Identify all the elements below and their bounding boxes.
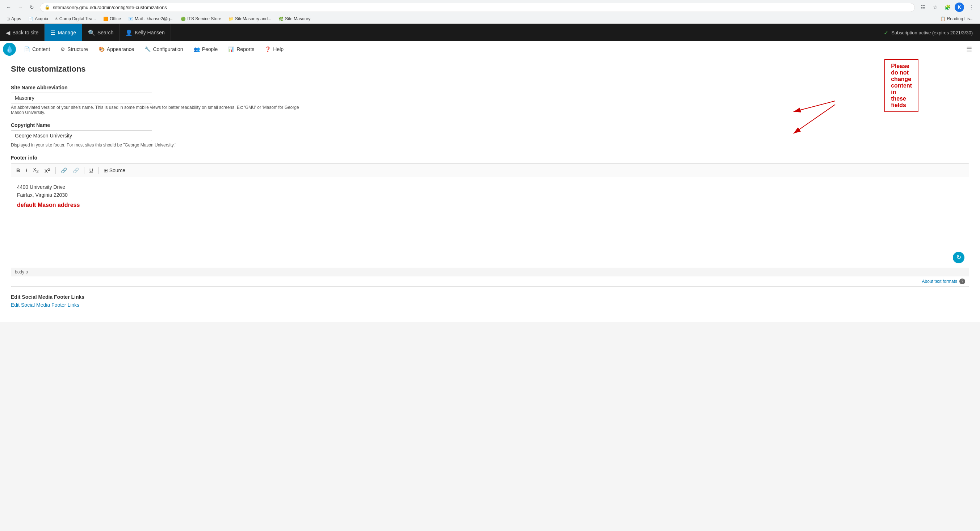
bookmark-button[interactable]: ☆ (930, 2, 940, 12)
link-button[interactable]: 🔗 (59, 167, 69, 174)
back-button[interactable]: ← (4, 2, 14, 12)
warning-text: Please do not change content in these fi… (891, 63, 912, 108)
forward-button[interactable]: → (15, 2, 25, 12)
user-avatar[interactable]: K (955, 3, 964, 12)
link-icon: 🔗 (61, 168, 67, 173)
bookmark-apps[interactable]: ⊞ Apps (4, 16, 24, 22)
lock-icon: 🔒 (45, 5, 50, 10)
main-content: Site customizations Please do not change… (0, 57, 980, 322)
editor-body[interactable]: 4400 University Drive Fairfax, Virginia … (11, 177, 969, 268)
nav-people[interactable]: 👥 People (189, 41, 223, 57)
browser-nav-buttons: ← → ↻ (4, 2, 37, 12)
user-toolbar-button[interactable]: 👤 Kelly Hansen (119, 24, 171, 41)
nav-appearance[interactable]: 🎨 Appearance (94, 41, 140, 57)
toolbar-divider-2 (84, 167, 84, 174)
superscript-button[interactable]: X2 (42, 166, 52, 175)
bookmark-office-label: Office (110, 16, 121, 21)
apps-icon: ⊞ (6, 17, 10, 21)
nav-reports[interactable]: 📊 Reports (223, 41, 260, 57)
footer-info-section: Footer info B I X2 X2 🔗 (11, 155, 969, 287)
search-icon: 🔍 (88, 29, 95, 36)
reading-list[interactable]: 📋 Reading Lis... (937, 16, 976, 22)
secondary-nav-toggle[interactable]: ☰ (964, 44, 974, 54)
extensions-puzzle-button[interactable]: 🧩 (942, 2, 953, 12)
copyright-name-section: Copyright Name Displayed in your site fo… (11, 122, 969, 147)
back-arrow-icon: ◀ (6, 29, 10, 36)
refresh-button[interactable]: ↻ (27, 2, 37, 12)
acquia-icon: 📄 (28, 17, 33, 21)
manage-label: Manage (57, 30, 76, 35)
nav-content[interactable]: 📄 Content (19, 41, 56, 57)
warning-box: Please do not change content in these fi… (885, 59, 918, 112)
italic-button[interactable]: I (24, 167, 29, 174)
user-name-label: Kelly Hansen (135, 30, 165, 35)
nav-structure[interactable]: ⚙ Structure (56, 41, 94, 57)
people-label: People (202, 46, 218, 52)
search-label: Search (97, 30, 113, 35)
reports-icon: 📊 (228, 46, 234, 52)
bookmark-its[interactable]: 🟢 ITS Service Store (178, 16, 224, 22)
about-text-formats-link[interactable]: About text formats (922, 279, 957, 284)
format-help-icon[interactable]: ? (959, 279, 965, 284)
people-icon: 👥 (194, 46, 200, 52)
browser-toolbar: ← → ↻ 🔒 sitemasonry.gmu.edu/admin/config… (0, 0, 980, 14)
underline-button[interactable]: U (87, 167, 95, 174)
bookmark-apps-label: Apps (11, 16, 21, 21)
nav-help[interactable]: ❓ Help (260, 41, 289, 57)
its-icon: 🟢 (181, 17, 186, 21)
site-name-label: Site Name Abbreviation (11, 85, 969, 90)
help-icon: ❓ (265, 46, 271, 52)
copyright-name-input[interactable] (11, 130, 152, 141)
reading-list-label: Reading Lis... (947, 16, 974, 21)
drupal-logo-icon: 💧 (5, 45, 13, 53)
configuration-label: Configuration (153, 46, 183, 52)
bookmark-site-masonry2[interactable]: 🌿 Site Masonry (275, 16, 313, 22)
bookmark-office[interactable]: 🟧 Office (100, 16, 124, 22)
subscript-button[interactable]: X2 (31, 166, 41, 174)
address-bar[interactable]: 🔒 sitemasonry.gmu.edu/admin/config/site-… (40, 3, 915, 12)
footer-info-label: Footer info (11, 155, 969, 161)
social-media-section: Edit Social Media Footer Links Edit Soci… (11, 294, 969, 308)
editor-status-bar: body p (11, 268, 969, 276)
refresh-icon: ↻ (956, 254, 961, 261)
page-title: Site customizations (11, 64, 969, 78)
extensions-button[interactable]: ☷ (918, 2, 928, 12)
bookmark-sitemasonry[interactable]: 📁 SiteMasonry and... (226, 16, 274, 22)
copyright-name-label: Copyright Name (11, 122, 969, 128)
address-line-1: 4400 University Drive (17, 183, 963, 191)
default-mason-address: default Mason address (17, 202, 963, 208)
back-to-site-label: Back to site (12, 30, 38, 35)
mail-icon: 📧 (128, 17, 133, 21)
help-label: Help (273, 46, 283, 52)
menu-button[interactable]: ⋮ (966, 2, 976, 12)
secondary-navigation: 📄 Content ⚙ Structure 🎨 Appearance 🔧 Con… (19, 41, 289, 57)
unlink-icon: 🔗 (73, 168, 79, 173)
editor-refresh-button[interactable]: ↻ (953, 252, 964, 263)
site-name-section: Site Name Abbreviation An abbreviated ve… (11, 85, 969, 115)
bookmark-camp-digital[interactable]: t. Camp Digital Tea... (52, 16, 99, 22)
manage-button[interactable]: ☰ Manage (45, 24, 82, 41)
url-text: sitemasonry.gmu.edu/admin/config/site-cu… (53, 5, 167, 10)
drupal-logo[interactable]: 💧 (3, 43, 16, 56)
search-toolbar-button[interactable]: 🔍 Search (82, 24, 119, 41)
social-media-link[interactable]: Edit Social Media Footer Links (11, 302, 79, 308)
site-name-input[interactable] (11, 93, 152, 103)
user-icon: 👤 (125, 29, 132, 36)
bold-button[interactable]: B (14, 167, 22, 174)
bookmark-site-masonry2-label: Site Masonry (285, 16, 310, 21)
bookmark-acquia-label: Acquia (35, 16, 48, 21)
back-to-site-button[interactable]: ◀ Back to site (0, 24, 45, 41)
bookmark-mail-label: Mail - khanse2@g... (135, 16, 173, 21)
bookmarks-bar: ⊞ Apps 📄 Acquia t. Camp Digital Tea... 🟧… (0, 14, 980, 24)
sitemasonry-icon: 📁 (229, 17, 234, 21)
bookmark-mail[interactable]: 📧 Mail - khanse2@g... (125, 16, 177, 22)
structure-label: Structure (67, 46, 88, 52)
unlink-button[interactable]: 🔗 (71, 167, 81, 174)
secondary-nav-right: ☰ (961, 41, 977, 57)
nav-configuration[interactable]: 🔧 Configuration (140, 41, 188, 57)
office-icon: 🟧 (103, 17, 108, 21)
source-button[interactable]: ⊞ Source (102, 167, 127, 174)
appearance-icon: 🎨 (99, 46, 105, 52)
bookmark-acquia[interactable]: 📄 Acquia (25, 16, 51, 22)
appearance-label: Appearance (107, 46, 134, 52)
